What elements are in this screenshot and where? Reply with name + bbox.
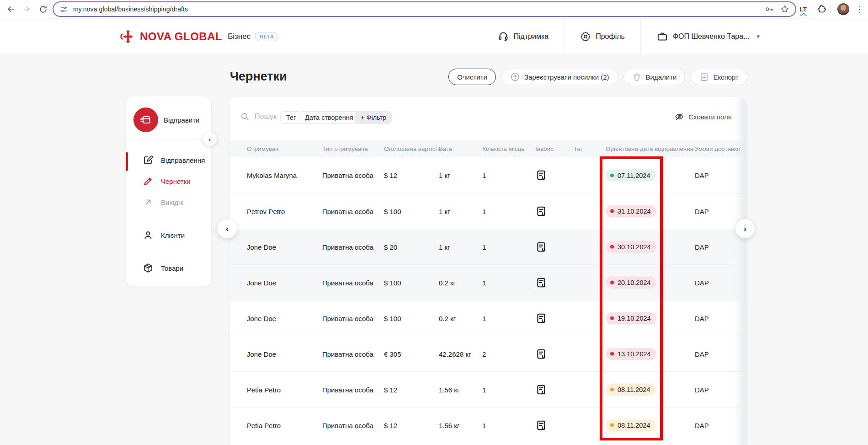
status-dot-icon — [610, 173, 614, 177]
table-row[interactable]: Jone DoeПриватна особа€ 30542.2628 кг213… — [230, 336, 746, 371]
ship-date-cell: 08.11.2024 — [606, 419, 656, 431]
declared-value-cell: $ 100 — [384, 279, 401, 286]
page-title: Чернетки — [230, 70, 287, 84]
invoice-icon[interactable] — [535, 205, 547, 217]
browser-menu-icon[interactable]: ⋮ — [856, 5, 863, 14]
hide-fields-label: Сховати поля — [688, 113, 732, 121]
ship-date-badge: 31.10.2024 — [606, 205, 656, 217]
status-dot-icon — [610, 316, 614, 320]
add-filter-pill[interactable]: + Фільтр — [355, 111, 392, 124]
browser-forward-icon[interactable] — [21, 4, 32, 15]
clear-button[interactable]: Очистити — [448, 69, 496, 85]
download-document-icon — [699, 72, 709, 82]
browser-reload-icon[interactable] — [37, 4, 48, 15]
search-placeholder: Пошук — [255, 113, 277, 121]
weight-cell: 42.2628 кг — [439, 350, 471, 358]
status-dot-icon — [610, 388, 614, 391]
table-row[interactable]: Jone DoeПриватна особа$ 201 кг130.10.202… — [230, 229, 746, 264]
header-divider — [564, 19, 564, 54]
invoice-icon[interactable] — [535, 348, 547, 360]
weight-cell: 1.56 кг — [439, 386, 459, 393]
support-button[interactable]: Підтримка — [498, 31, 548, 42]
search-input[interactable]: Пошук — [240, 112, 277, 122]
search-icon — [240, 112, 250, 122]
table-row[interactable]: Jone DoeПриватна особа$ 1000.2 кг120.10.… — [230, 264, 746, 300]
delivery-terms-cell: DAP — [695, 421, 709, 429]
weight-cell: 0.2 кг — [439, 279, 456, 286]
sidebar-item-label: Товари — [161, 264, 183, 272]
chevron-down-icon: ▾ — [756, 33, 760, 40]
status-dot-icon — [610, 209, 614, 213]
beta-badge: BETA — [255, 32, 278, 41]
ship-date-cell: 31.10.2024 — [606, 205, 656, 217]
profile-button[interactable]: Профіль — [580, 31, 625, 42]
ship-date-badge: 07.11.2024 — [606, 169, 656, 182]
send-button[interactable]: Відправити — [133, 107, 200, 132]
invoice-icon[interactable] — [535, 241, 547, 253]
column-header: Кількість місць — [482, 140, 524, 157]
table-row[interactable]: Petia PetroПриватна особа$ 121.56 кг108.… — [230, 371, 746, 407]
brand-name: NOVA GLOBAL — [140, 30, 222, 43]
declared-value-cell: $ 12 — [384, 172, 397, 179]
table-header-row: ОтримувачТип отримувачаОголошена вартіст… — [230, 140, 746, 157]
table-scroll-left-button[interactable]: ‹ — [218, 219, 237, 238]
delete-button[interactable]: Видалити — [623, 69, 686, 85]
ship-date-text: 08.11.2024 — [618, 386, 650, 393]
support-label: Підтримка — [513, 32, 548, 41]
languagetool-extension-icon[interactable]: LT — [800, 6, 807, 13]
table-row[interactable]: Jone DoeПриватна особа$ 1000.2 кг119.10.… — [230, 300, 746, 336]
recipient-cell: Jone Doe — [247, 279, 276, 286]
recipient-type-cell: Приватна особа — [322, 421, 373, 429]
brand-logo[interactable]: NOVA GLOBAL Бізнес BETA — [120, 19, 278, 54]
filter-bar: Пошук Тег Дата створення + Фільтр Сховат… — [230, 97, 746, 140]
invoice-icon[interactable] — [535, 312, 547, 324]
extensions-puzzle-icon[interactable] — [817, 4, 827, 14]
bookmark-star-icon[interactable] — [780, 4, 790, 14]
toolbar-separator — [831, 5, 831, 13]
ship-date-badge: 13.10.2024 — [606, 348, 656, 360]
browser-back-icon[interactable] — [5, 4, 16, 15]
export-label: Експорт — [713, 73, 739, 81]
site-permissions-icon[interactable] — [60, 5, 68, 13]
table-scroll-right-button[interactable]: › — [735, 219, 755, 238]
places-count-cell: 1 — [482, 279, 486, 286]
browser-extensions-area: LT ⋮ — [800, 0, 868, 18]
table-row[interactable]: Petrov PetroПриватна особа$ 1001 кг131.1… — [230, 193, 746, 229]
sidebar-item-3[interactable]: Клієнти — [126, 225, 211, 246]
declared-value-cell: $ 12 — [384, 386, 397, 393]
account-selector[interactable]: ФОП Шевченко Тара... ▾ — [656, 31, 760, 43]
pencil-icon — [143, 176, 154, 187]
hide-fields-button[interactable]: Сховати поля — [674, 112, 732, 122]
date-created-filter-pill[interactable]: Дата створення — [299, 111, 359, 124]
sidebar-item-1[interactable]: Чернетки — [126, 171, 211, 192]
delivery-terms-cell: DAP — [695, 314, 709, 322]
sidebar-item-label: Вихідні — [161, 198, 184, 206]
export-button[interactable]: Експорт — [691, 69, 747, 85]
table-row[interactable]: Petia PetroПриватна особа$ 121.56 кг108.… — [230, 407, 746, 443]
recipient-cell: Petia Petro — [247, 386, 281, 393]
browser-profile-avatar[interactable] — [837, 3, 849, 15]
url-text[interactable]: my.nova.global/business/shipping/drafts — [73, 5, 764, 13]
invoice-icon[interactable] — [535, 384, 547, 396]
recipient-type-cell: Приватна особа — [322, 243, 373, 251]
header-divider — [640, 19, 641, 54]
ship-date-text: 19.10.2024 — [618, 315, 651, 322]
sidebar-item-2[interactable]: Вихідні — [126, 192, 211, 213]
invoice-icon[interactable] — [535, 277, 547, 289]
recipient-cell: Petia Petro — [247, 421, 281, 429]
sidebar-item-4[interactable]: Товари — [126, 257, 211, 279]
ship-date-badge: 08.11.2024 — [606, 419, 656, 431]
sidebar-collapse-button[interactable]: ‹ — [203, 132, 217, 146]
register-parcels-button[interactable]: Зареєструвати посилки (2) — [501, 69, 618, 85]
table-row[interactable]: Mykolas MarynaПриватна особа$ 121 кг107.… — [230, 157, 746, 193]
invoice-icon[interactable] — [535, 419, 547, 431]
date-created-filter-label: Дата створення — [305, 114, 353, 121]
delete-label: Видалити — [646, 73, 677, 81]
invoice-icon[interactable] — [535, 169, 547, 181]
recipient-cell: Jone Doe — [247, 243, 276, 251]
sidebar-item-0[interactable]: Відправлення — [126, 150, 211, 171]
ship-date-badge: 08.11.2024 — [606, 383, 656, 396]
password-key-icon[interactable] — [764, 4, 774, 14]
address-bar[interactable]: my.nova.global/business/shipping/drafts — [53, 1, 796, 17]
recipient-cell: Jone Doe — [247, 314, 276, 322]
